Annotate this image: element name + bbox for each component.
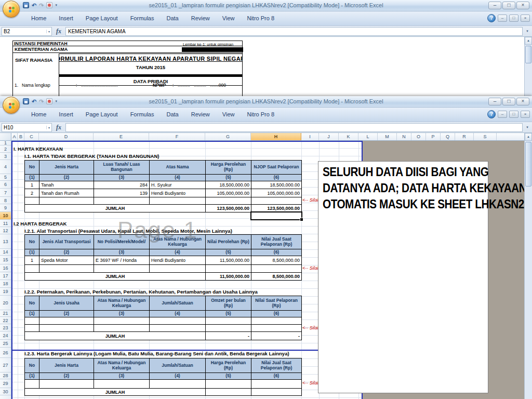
form-year[interactable]: TAHUN 2015 xyxy=(59,64,242,70)
cell[interactable] xyxy=(94,380,150,389)
name-box[interactable]: H10 ▾ xyxy=(2,123,52,132)
column-header[interactable]: B xyxy=(18,133,24,140)
header-cell[interactable]: Jenis Usaha xyxy=(39,296,94,311)
header-cell[interactable]: Harga Perolehan (Rp) xyxy=(206,358,251,373)
redo-icon[interactable]: ↷ xyxy=(39,2,44,8)
cell[interactable] xyxy=(39,325,94,332)
row-header[interactable]: 21 xyxy=(0,310,11,317)
nitro-pdf-icon[interactable] xyxy=(46,98,52,104)
colnum-cell[interactable]: (1) xyxy=(25,175,39,181)
cell[interactable]: 2 xyxy=(25,189,39,197)
header-cell[interactable]: Atas Nama / Hubungan Keluarga xyxy=(94,296,150,311)
jumlah-total[interactable] xyxy=(251,389,302,396)
column-header[interactable]: M xyxy=(378,133,397,140)
cell[interactable]: 1 xyxy=(25,181,39,189)
jumlah-total[interactable]: 11,500,000.00 xyxy=(206,273,251,281)
scroll-up-icon[interactable]: ▲ xyxy=(525,133,532,141)
colnum-cell[interactable]: (3) xyxy=(94,175,150,181)
section-harta-bergerak-lainnya[interactable]: I.2.3. Harta Bergerak Lainnya (Logam Mul… xyxy=(24,351,289,356)
name-box-dropdown-icon[interactable]: ▾ xyxy=(46,30,50,33)
nitro-pdf-icon[interactable] xyxy=(46,2,52,8)
column-header-selected[interactable]: H xyxy=(251,133,301,140)
tab-view[interactable]: View xyxy=(216,12,241,25)
formula-input[interactable]: KEMENTERIAN AGAMA xyxy=(65,27,523,36)
save-icon[interactable] xyxy=(23,98,29,104)
row-header[interactable]: 11 xyxy=(0,220,11,227)
header-cell[interactable]: No xyxy=(25,358,39,373)
tab-nitro-pro[interactable]: Nitro Pro 8 xyxy=(241,12,281,25)
qat-dropdown-icon[interactable]: ▾ xyxy=(55,3,57,7)
colnum-cell[interactable]: (1) xyxy=(25,373,39,380)
note-textbox[interactable]: SELURUH DATA DIISI BAGI YANG DATANYA ADA… xyxy=(318,161,488,393)
row-header[interactable]: 18 xyxy=(0,280,11,288)
cell[interactable] xyxy=(25,317,39,325)
help-button[interactable]: ? xyxy=(487,14,496,22)
workbook-restore-button[interactable]: □ xyxy=(509,15,518,22)
cell[interactable] xyxy=(251,265,302,273)
workbook-restore-button[interactable]: □ xyxy=(509,111,518,118)
row-header[interactable]: 22 xyxy=(0,317,11,324)
tab-data[interactable]: Data xyxy=(160,108,184,121)
cell[interactable]: 1 xyxy=(25,256,39,265)
cell[interactable]: 8,500,000.00 xyxy=(251,256,302,265)
tab-insert[interactable]: Insert xyxy=(52,108,79,121)
jumlah-total[interactable]: 123,500,000.00 xyxy=(206,205,251,212)
jumlah-total[interactable]: 8,500,000.00 xyxy=(251,273,302,281)
scroll-up-icon[interactable]: ▲ xyxy=(525,37,532,45)
column-header[interactable]: F xyxy=(149,133,205,140)
cell[interactable]: 139 xyxy=(94,189,150,197)
colnum-cell[interactable]: (6) xyxy=(251,373,302,380)
cell[interactable] xyxy=(206,265,251,273)
tab-formulas[interactable]: Formulas xyxy=(124,12,161,25)
cell[interactable]: Tanah xyxy=(39,181,94,189)
header-cell[interactable]: Nilai Jual Saat Pelaporan (Rp) xyxy=(251,235,302,249)
page-break-border-left[interactable] xyxy=(11,141,12,399)
header-cell[interactable]: Nilai Saat Pelaporan (Rp) xyxy=(251,296,302,311)
section-peternakan[interactable]: I.2.2. Peternakan, Perikanan, Perkebunan… xyxy=(24,289,258,295)
cell[interactable] xyxy=(206,197,251,205)
cell[interactable] xyxy=(150,265,206,273)
column-header[interactable]: E xyxy=(94,133,149,140)
row-header[interactable]: 23 xyxy=(0,324,11,331)
insert-function-button[interactable]: fx xyxy=(54,28,64,35)
cell[interactable] xyxy=(25,325,39,332)
jumlah-label[interactable]: JUMLAH xyxy=(25,332,206,340)
colnum-cell[interactable]: (4) xyxy=(150,311,206,317)
tab-view[interactable]: View xyxy=(216,108,241,121)
header-cell[interactable]: Atas Nama / Hubungan Keluarga xyxy=(94,358,150,373)
row-header[interactable]: 28 xyxy=(0,373,11,379)
cell[interactable]: 18,500,000.00 xyxy=(206,181,251,189)
cell[interactable] xyxy=(251,325,302,332)
tab-home[interactable]: Home xyxy=(25,12,52,25)
colnum-cell[interactable]: (2) xyxy=(39,249,94,256)
column-header[interactable]: J xyxy=(319,133,339,140)
workbook-close-button[interactable]: × xyxy=(521,15,530,22)
row-header[interactable]: 29 xyxy=(0,379,11,388)
help-button[interactable]: ? xyxy=(487,110,496,118)
column-header[interactable]: O xyxy=(411,133,426,140)
workbook-minimize-button[interactable]: – xyxy=(498,15,507,22)
column-header[interactable]: Q xyxy=(441,133,455,140)
cell[interactable]: Speda Motor xyxy=(39,256,94,265)
row-header[interactable]: 16 xyxy=(0,264,11,272)
colnum-cell[interactable]: (3) xyxy=(94,373,150,380)
row-header[interactable]: 7 xyxy=(0,189,11,197)
jumlah-total[interactable] xyxy=(206,389,251,396)
column-header[interactable]: R xyxy=(455,133,474,140)
cell[interactable] xyxy=(94,317,150,325)
header-cell[interactable]: Omzet per bulan (Rp) xyxy=(206,296,251,311)
colnum-cell[interactable]: (2) xyxy=(39,373,94,380)
column-header[interactable]: S xyxy=(474,133,497,140)
undo-icon[interactable]: ↶ xyxy=(32,2,36,8)
scrollbar-thumb[interactable] xyxy=(525,142,531,187)
undo-icon[interactable]: ↶ xyxy=(32,98,36,104)
field-label[interactable]: Nama lengkap xyxy=(22,83,76,88)
name-box[interactable]: B2 ▾ xyxy=(2,27,52,36)
row-header[interactable]: 19 xyxy=(0,288,11,296)
formula-bar-expand-icon[interactable]: ▾ xyxy=(524,29,530,33)
colnum-cell[interactable]: (4) xyxy=(150,249,206,256)
colnum-cell[interactable]: (1) xyxy=(25,249,39,256)
jumlah-total[interactable]: - xyxy=(206,332,251,340)
column-header[interactable]: A xyxy=(11,133,18,140)
close-button[interactable]: × xyxy=(516,98,529,105)
